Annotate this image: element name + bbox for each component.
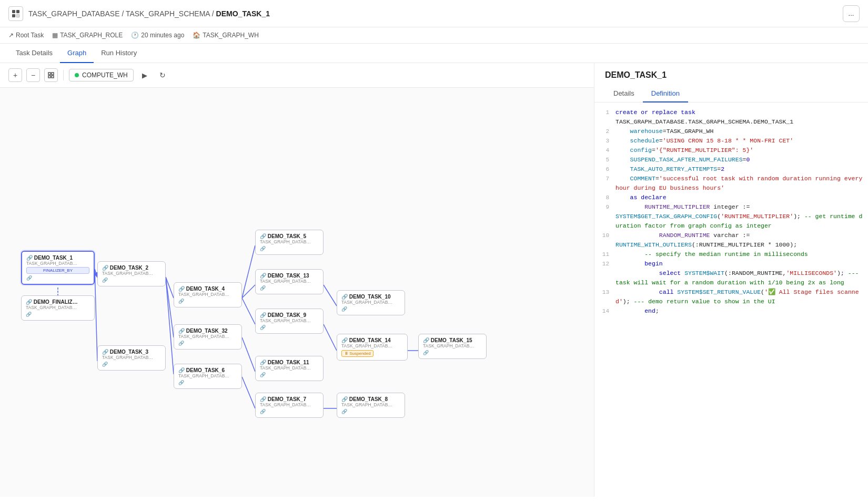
right-panel: DEMO_TASK_1 Details Definition 1create o… <box>594 63 868 497</box>
code-line: 4 config='{"RUNTIME_MULTIPLIER": 5}' <box>594 146 868 155</box>
line-code: TASK_GRAPH_DATABASE.TASK_GRAPH_SCHEMA.DE… <box>615 117 868 127</box>
root-task-meta: ↗ Root Task <box>8 32 44 39</box>
node-demo-task-3[interactable]: 🔗 DEMO_TASK_3 TASK_GRAPH_DATABASE.TASK_G… <box>97 345 166 371</box>
code-line: 2 warehouse=TASK_GRAPH_WH <box>594 127 868 136</box>
line-number <box>594 117 615 127</box>
code-line: SYSTEM$GET_TASK_GRAPH_CONFIG('RUNTIME_MU… <box>594 212 868 231</box>
node-demo-task-15[interactable]: 🔗 DEMO_TASK_15 TASK_GRAPH_DATABASE.TASK_… <box>418 334 487 359</box>
warehouse-selector[interactable]: COMPUTE_WH <box>69 69 134 81</box>
play-button[interactable]: ▶ <box>138 68 152 82</box>
node-demo-task-14[interactable]: 🔗 DEMO_TASK_14 TASK_GRAPH_DATABASE.TASK_… <box>337 334 408 361</box>
tab-graph[interactable]: Graph <box>60 44 94 63</box>
node-demo-finalizer[interactable]: 🔗 DEMO_FINALIZER TASK_GRAPH_DATABASE.TAS… <box>21 295 95 321</box>
node-demo-task-10[interactable]: 🔗 DEMO_TASK_10 TASK_GRAPH_DATABASE.TASK_… <box>337 290 405 315</box>
node-demo-task-13[interactable]: 🔗 DEMO_TASK_13 TASK_GRAPH_DATABASE.TASK_… <box>255 269 324 294</box>
line-code: warehouse=TASK_GRAPH_WH <box>615 127 868 136</box>
header-left: TASK_GRAPH_DATABASE / TASK_GRAPH_SCHEMA … <box>8 6 270 21</box>
node-demo-task-1[interactable]: 🔗 DEMO_TASK_1 TASK_GRAPH_DATABASE.TASK_G… <box>21 251 95 285</box>
time-meta: 🕐 20 minutes ago <box>131 32 184 39</box>
svg-line-12 <box>166 277 174 374</box>
line-number <box>594 240 615 250</box>
line-code: as declare <box>615 193 868 202</box>
code-line: 3 schedule='USING CRON 15 8-18 * * MON-F… <box>594 136 868 146</box>
line-number: 1 <box>594 108 615 117</box>
root-task-icon: ↗ <box>8 32 14 39</box>
svg-line-18 <box>324 285 337 306</box>
node-demo-task-4[interactable]: 🔗 DEMO_TASK_4 TASK_GRAPH_DATABASE.TASK_G… <box>174 282 242 307</box>
role-meta: ▦ TASK_GRAPH_ROLE <box>52 32 123 39</box>
node-demo-task-32[interactable]: 🔗 DEMO_TASK_32 TASK_GRAPH_DATABASE.TASK_… <box>174 324 242 350</box>
code-line: 6 TASK_AUTO_RETRY_ATTEMPTS=2 <box>594 165 868 174</box>
svg-line-14 <box>242 285 255 298</box>
line-code: call SYSTEM$SET_RETURN_VALUE('✅ All Stag… <box>615 288 868 306</box>
code-line: 9 RUNTIME_MULTIPLIER integer := <box>594 202 868 212</box>
node-demo-task-5[interactable]: 🔗 DEMO_TASK_5 TASK_GRAPH_DATABASE.TASK_G… <box>255 230 324 255</box>
line-code: select SYSTEM$WAIT(:RANDOM_RUNTIME,'MILL… <box>615 269 868 288</box>
line-code: TASK_AUTO_RETRY_ATTEMPTS=2 <box>615 165 868 174</box>
node-demo-task-7[interactable]: 🔗 DEMO_TASK_7 TASK_GRAPH_DATABASE.TASK_G… <box>255 393 324 418</box>
code-line: 8 as declare <box>594 193 868 202</box>
line-number: 14 <box>594 306 615 316</box>
toolbar-separator <box>63 70 64 80</box>
node-demo-task-6[interactable]: 🔗 DEMO_TASK_6 TASK_GRAPH_DATABASE.TASK_G… <box>174 364 242 389</box>
line-code: COMMENT='successful root task with rando… <box>615 174 868 193</box>
line-number: 10 <box>594 231 615 240</box>
tab-run-history[interactable]: Run History <box>94 44 144 63</box>
line-code: RUNTIME_MULTIPLIER integer := <box>615 202 868 212</box>
code-line: 13 call SYSTEM$SET_RETURN_VALUE('✅ All S… <box>594 288 868 306</box>
line-code: SYSTEM$GET_TASK_GRAPH_CONFIG('RUNTIME_MU… <box>615 212 868 231</box>
more-button[interactable]: ... <box>843 5 860 22</box>
svg-rect-7 <box>48 76 51 78</box>
tab-task-details[interactable]: Task Details <box>8 44 60 63</box>
svg-rect-4 <box>48 73 51 75</box>
line-number: 6 <box>594 165 615 174</box>
breadcrumb: TASK_GRAPH_DATABASE / TASK_GRAPH_SCHEMA … <box>28 9 270 18</box>
svg-line-10 <box>166 277 174 298</box>
app-header: TASK_GRAPH_DATABASE / TASK_GRAPH_SCHEMA … <box>0 0 868 27</box>
fit-button[interactable] <box>44 68 58 82</box>
line-number: 3 <box>594 136 615 146</box>
line-code: config='{"RUNTIME_MULTIPLIER": 5}' <box>615 146 868 155</box>
main-tabs: Task Details Graph Run History <box>0 44 868 63</box>
main-content: + − COMPUTE_WH ▶ ↻ <box>0 63 868 497</box>
line-code: end; <box>615 306 868 316</box>
line-number: 9 <box>594 202 615 212</box>
line-number <box>594 269 615 288</box>
code-area[interactable]: 1create or replace task TASK_GRAPH_DATAB… <box>594 102 868 497</box>
code-line: TASK_GRAPH_DATABASE.TASK_GRAPH_SCHEMA.DE… <box>594 117 868 127</box>
node-demo-task-9[interactable]: 🔗 DEMO_TASK_9 TASK_GRAPH_DATABASE.TASK_G… <box>255 309 324 334</box>
warehouse-icon: 🏠 <box>193 32 200 39</box>
svg-rect-6 <box>52 73 54 75</box>
code-line: 1create or replace task <box>594 108 868 117</box>
svg-line-19 <box>324 324 337 351</box>
code-line: 12 begin <box>594 259 868 269</box>
graph-canvas[interactable]: 🔗 DEMO_TASK_1 TASK_GRAPH_DATABASE.TASK_G… <box>0 88 594 495</box>
warehouse-status-dot <box>75 73 79 77</box>
line-code: RANDOM_RUNTIME varchar := <box>615 231 868 240</box>
line-number <box>594 212 615 231</box>
right-tab-details[interactable]: Details <box>605 85 643 102</box>
code-line: 14 end; <box>594 306 868 316</box>
node-demo-task-11[interactable]: 🔗 DEMO_TASK_11 TASK_GRAPH_DATABASE.TASK_… <box>255 356 324 381</box>
clock-icon: 🕐 <box>131 32 139 39</box>
warehouse-meta: 🏠 TASK_GRAPH_WH <box>193 32 258 39</box>
line-number: 8 <box>594 193 615 202</box>
app-icon[interactable] <box>8 6 23 21</box>
refresh-button[interactable]: ↻ <box>156 68 169 82</box>
code-line: select SYSTEM$WAIT(:RANDOM_RUNTIME,'MILL… <box>594 269 868 288</box>
zoom-out-button[interactable]: − <box>26 68 40 82</box>
svg-line-15 <box>242 298 255 324</box>
right-tab-definition[interactable]: Definition <box>643 85 688 102</box>
right-panel-title: DEMO_TASK_1 <box>605 70 857 80</box>
role-icon: ▦ <box>52 32 58 39</box>
line-code: -- specify the median runtime in millise… <box>615 250 868 259</box>
line-number: 11 <box>594 250 615 259</box>
zoom-in-button[interactable]: + <box>8 68 22 82</box>
right-panel-header: DEMO_TASK_1 Details Definition <box>594 63 868 102</box>
code-line: 5 SUSPEND_TASK_AFTER_NUM_FAILURES=0 <box>594 155 868 165</box>
line-code: SUSPEND_TASK_AFTER_NUM_FAILURES=0 <box>615 155 868 165</box>
svg-rect-1 <box>16 10 19 13</box>
node-demo-task-8[interactable]: 🔗 DEMO_TASK_8 TASK_GRAPH_DATABASE.TASK_G… <box>337 393 405 418</box>
graph-toolbar: + − COMPUTE_WH ▶ ↻ <box>0 63 594 88</box>
node-demo-task-2[interactable]: 🔗 DEMO_TASK_2 TASK_GRAPH_DATABASE.TASK_G… <box>97 261 166 286</box>
